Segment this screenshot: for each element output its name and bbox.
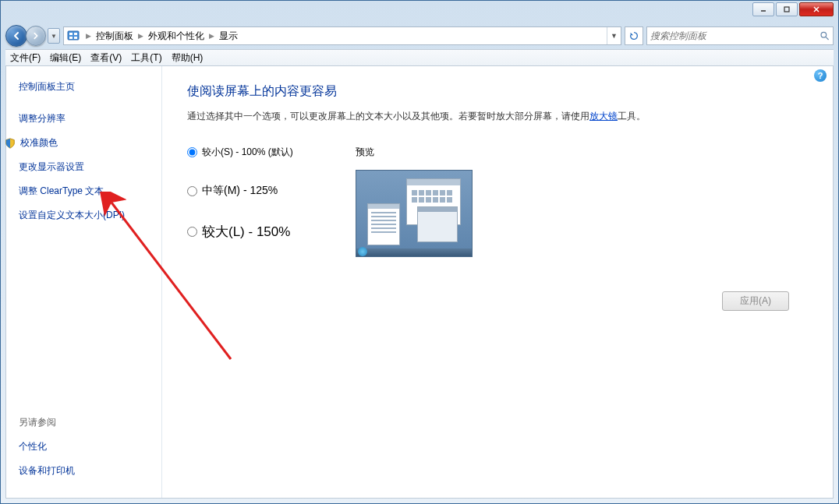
menu-bar: 文件(F) 编辑(E) 查看(V) 工具(T) 帮助(H) [5, 49, 834, 66]
back-icon [11, 30, 22, 41]
close-button[interactable] [799, 2, 834, 16]
option-label: 较大(L) - 150% [202, 223, 290, 241]
titlebar [1, 1, 838, 23]
size-options: 较小(S) - 100% (默认) 中等(M) - 125% 较大(L) - 1… [187, 146, 293, 257]
svg-rect-1 [784, 7, 789, 12]
svg-rect-5 [69, 33, 73, 35]
apply-row: 应用(A) [187, 291, 808, 311]
content-area: 控制面板主页 调整分辨率 校准颜色 更改显示器设置 调整 ClearType 文… [5, 66, 834, 499]
sidebar-item-calibrate[interactable]: 校准颜色 [19, 136, 161, 150]
sidebar-item-label: 设置自定义文本大小(DPI) [19, 209, 125, 222]
search-icon [820, 30, 830, 41]
close-icon [812, 5, 820, 13]
menu-edit[interactable]: 编辑(E) [50, 51, 81, 65]
sidebar-item-display-settings[interactable]: 更改显示器设置 [19, 160, 161, 174]
sidebar-item-label: 设备和打印机 [19, 464, 75, 478]
menu-tools[interactable]: 工具(T) [131, 51, 161, 65]
sidebar-item-label: 校准颜色 [20, 136, 58, 150]
sidebar-item-label: 调整分辨率 [19, 112, 65, 125]
refresh-icon [628, 30, 639, 41]
sidebar-item-personalization[interactable]: 个性化 [19, 440, 161, 453]
menu-file[interactable]: 文件(F) [10, 51, 41, 65]
menu-help[interactable]: 帮助(H) [172, 51, 204, 65]
search-input[interactable] [650, 30, 820, 41]
page-description: 通过选择其中一个选项，可以更改屏幕上的文本大小以及其他项。若要暂时放大部分屏幕，… [187, 109, 808, 124]
svg-line-10 [826, 37, 828, 40]
breadcrumb-item[interactable]: 控制面板 [94, 30, 135, 43]
maximize-icon [783, 5, 791, 13]
search-box[interactable] [646, 26, 834, 45]
forward-icon [31, 31, 41, 41]
preview-label: 预览 [356, 146, 473, 159]
svg-rect-8 [74, 37, 77, 39]
forward-button[interactable] [26, 26, 46, 46]
minimize-icon [759, 5, 767, 13]
option-small[interactable]: 较小(S) - 100% (默认) [187, 146, 293, 159]
help-button[interactable]: ? [814, 69, 827, 82]
breadcrumb-item[interactable]: 外观和个性化 [147, 30, 206, 43]
option-label: 中等(M) - 125% [202, 184, 278, 198]
breadcrumb-separator-icon: ▶ [86, 32, 91, 40]
chevron-down-icon: ▼ [51, 33, 57, 40]
breadcrumb-item[interactable]: 显示 [218, 30, 239, 43]
maximize-button[interactable] [776, 2, 798, 16]
sidebar-item-label: 更改显示器设置 [19, 160, 84, 174]
back-button[interactable] [5, 25, 27, 47]
svg-rect-6 [74, 33, 77, 35]
breadcrumb-separator-icon: ▶ [209, 32, 214, 40]
address-bar: ▼ ▶ 控制面板 ▶ 外观和个性化 ▶ 显示 ▼ [1, 23, 838, 49]
sidebar-see-also-heading: 另请参阅 [19, 416, 161, 429]
svg-point-9 [821, 32, 827, 37]
option-medium[interactable]: 中等(M) - 125% [187, 184, 293, 198]
option-label: 较小(S) - 100% (默认) [202, 146, 293, 159]
address-dropdown-button[interactable]: ▼ [607, 27, 621, 44]
menu-view[interactable]: 查看(V) [90, 51, 122, 65]
sidebar-item-home[interactable]: 控制面板主页 [19, 80, 161, 93]
svg-rect-7 [69, 37, 73, 39]
sidebar-item-devices-printers[interactable]: 设备和打印机 [19, 464, 161, 478]
radio-small[interactable] [187, 147, 197, 157]
sidebar-item-label: 个性化 [19, 440, 47, 453]
shield-icon [5, 138, 16, 149]
options-row: 较小(S) - 100% (默认) 中等(M) - 125% 较大(L) - 1… [187, 146, 808, 257]
sidebar-item-custom-dpi[interactable]: 设置自定义文本大小(DPI) [19, 209, 161, 222]
preview-image [356, 170, 473, 257]
option-large[interactable]: 较大(L) - 150% [187, 223, 293, 241]
page-title: 使阅读屏幕上的内容更容易 [187, 83, 808, 100]
nav-history-button[interactable]: ▼ [48, 28, 60, 44]
help-icon: ? [818, 71, 823, 80]
sidebar: 控制面板主页 调整分辨率 校准颜色 更改显示器设置 调整 ClearType 文… [6, 66, 162, 498]
control-panel-icon [67, 30, 80, 42]
radio-large[interactable] [187, 227, 197, 237]
preview-column: 预览 [356, 146, 473, 257]
refresh-button[interactable] [625, 26, 643, 45]
sidebar-item-label: 控制面板主页 [19, 80, 75, 93]
sidebar-item-label: 调整 ClearType 文本 [19, 185, 104, 198]
sidebar-item-resolution[interactable]: 调整分辨率 [19, 112, 161, 125]
nav-buttons: ▼ [5, 25, 60, 47]
address-box[interactable]: ▶ 控制面板 ▶ 外观和个性化 ▶ 显示 ▼ [63, 26, 621, 45]
apply-button[interactable]: 应用(A) [722, 291, 789, 311]
breadcrumb-separator-icon: ▶ [138, 32, 143, 40]
sidebar-item-cleartype[interactable]: 调整 ClearType 文本 [19, 185, 161, 198]
radio-medium[interactable] [187, 186, 197, 196]
magnifier-link[interactable]: 放大镜 [589, 111, 618, 122]
minimize-button[interactable] [752, 2, 774, 16]
main-panel: ? 使阅读屏幕上的内容更容易 通过选择其中一个选项，可以更改屏幕上的文本大小以及… [162, 66, 833, 498]
